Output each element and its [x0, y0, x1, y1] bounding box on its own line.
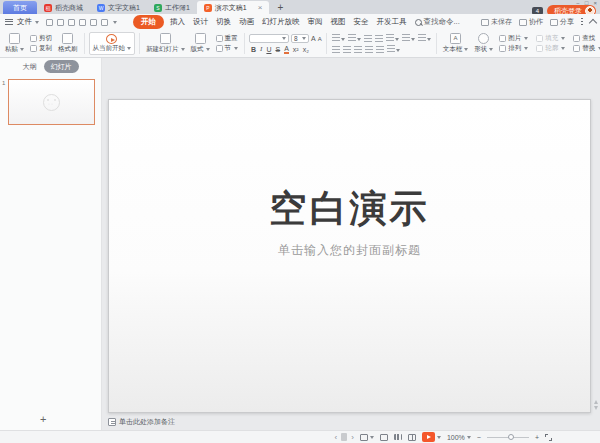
zoom-out-button[interactable]: −	[477, 434, 481, 441]
previous-slide-button[interactable]: ‹	[335, 433, 338, 442]
font-size-select[interactable]: 8	[291, 34, 309, 43]
find-command-search[interactable]: 查找命令...	[415, 17, 460, 27]
tab-spreadsheet[interactable]: S 工作簿1	[147, 1, 197, 14]
add-slide-button[interactable]: +	[40, 414, 46, 424]
undo-icon[interactable]	[90, 19, 97, 26]
text-direction-button[interactable]	[386, 34, 399, 42]
fill-button[interactable]: 填充	[534, 34, 567, 43]
reading-view-icon[interactable]	[408, 434, 416, 441]
italic-button[interactable]: I	[260, 45, 262, 53]
save-icon[interactable]	[46, 19, 53, 26]
zoom-slider[interactable]	[487, 437, 529, 438]
align-right-icon[interactable]	[354, 46, 362, 53]
scroll-down-icon[interactable]	[594, 406, 598, 410]
font-family-select[interactable]	[249, 34, 289, 43]
slideshow-play-button[interactable]	[422, 432, 441, 442]
align-left-icon[interactable]	[332, 46, 340, 53]
picture-button[interactable]: 图片	[497, 34, 530, 43]
fit-slide-icon[interactable]	[545, 434, 552, 441]
menu-review[interactable]: 审阅	[304, 17, 327, 27]
subscript-button[interactable]: x₂	[303, 46, 309, 53]
strikethrough-button[interactable]: S	[275, 46, 280, 53]
preview-icon[interactable]	[79, 19, 86, 26]
bullets-button[interactable]	[332, 34, 345, 42]
find-button[interactable]: 查找	[571, 34, 600, 43]
reset-button[interactable]: 重置	[214, 34, 241, 43]
arrange-button[interactable]: 排列	[497, 44, 530, 53]
increase-font-button[interactable]: A	[311, 35, 316, 42]
unsaved-status[interactable]: 未保存	[481, 17, 512, 27]
maximize-button[interactable]: □	[585, 0, 589, 6]
tab-home[interactable]: 首页	[3, 1, 37, 14]
paste-button[interactable]: 粘贴	[2, 32, 27, 55]
slide-sorter-view-icon[interactable]	[394, 434, 402, 440]
next-slide-button[interactable]: ›	[351, 433, 354, 442]
file-menu[interactable]: 文件	[17, 17, 39, 27]
export-icon[interactable]	[57, 19, 64, 26]
section-button[interactable]: 节	[214, 44, 241, 53]
main-menu-icon[interactable]	[5, 19, 13, 25]
scroll-up-icon[interactable]	[594, 400, 598, 404]
more-options-icon[interactable]	[581, 18, 583, 26]
slide-subtitle-placeholder[interactable]: 单击输入您的封面副标题	[109, 242, 590, 259]
align-justify-icon[interactable]	[365, 46, 373, 53]
tab-slides[interactable]: 幻灯片	[44, 60, 79, 73]
bold-button[interactable]: B	[251, 46, 256, 53]
zoom-in-button[interactable]: +	[535, 434, 539, 441]
close-window-button[interactable]: ×	[593, 0, 597, 6]
notes-bar[interactable]: 单击此处添加备注	[108, 415, 175, 429]
zoom-level-control[interactable]: 100%	[447, 434, 471, 441]
tab-writer-document[interactable]: W 文字文稿1	[90, 1, 147, 14]
normal-view-icon[interactable]	[380, 434, 388, 441]
font-color-button[interactable]: A	[284, 45, 289, 53]
slide-thumbnail[interactable]	[8, 79, 95, 125]
line-spacing-button[interactable]	[402, 34, 415, 42]
menu-slideshow[interactable]: 幻灯片放映	[258, 17, 304, 27]
close-tab-icon[interactable]: ×	[258, 4, 263, 12]
print-icon[interactable]	[68, 19, 75, 26]
minimize-button[interactable]: −	[576, 0, 580, 6]
play-from-current-button[interactable]: 从当前开始	[89, 32, 136, 55]
quick-access-caret-icon[interactable]	[113, 21, 117, 24]
redo-icon[interactable]	[101, 19, 108, 26]
distribute-icon[interactable]	[376, 46, 384, 53]
slide-page[interactable]: 空白演示 单击输入您的封面副标题	[108, 99, 591, 413]
replace-button[interactable]: 替换	[571, 44, 600, 53]
paragraph-settings-button[interactable]	[387, 45, 400, 53]
menu-transitions[interactable]: 切换	[212, 17, 235, 27]
menu-devtools[interactable]: 开发工具	[373, 17, 411, 27]
decrease-font-button[interactable]: A	[318, 36, 322, 42]
indent-increase-icon[interactable]	[375, 35, 383, 42]
numbering-button[interactable]	[348, 34, 361, 42]
underline-button[interactable]: U	[266, 46, 271, 53]
menu-view[interactable]: 视图	[327, 17, 350, 27]
tab-presentation-active[interactable]: P 演示文稿1 ×	[197, 1, 270, 14]
superscript-button[interactable]: x²	[293, 46, 299, 53]
copy-button[interactable]: 复制	[28, 44, 54, 53]
collapse-ribbon-icon[interactable]	[589, 19, 597, 27]
vertical-scrollbar[interactable]	[594, 400, 598, 410]
outline-button[interactable]: 轮廓	[534, 44, 567, 53]
indent-decrease-icon[interactable]	[364, 35, 372, 42]
format-painter-button[interactable]: 格式刷	[55, 32, 81, 55]
slide-title[interactable]: 空白演示	[109, 184, 590, 234]
editing-canvas[interactable]: 空白演示 单击输入您的封面副标题 单击此处添加备注	[102, 58, 600, 430]
zoom-slider-knob[interactable]	[508, 434, 514, 440]
align-center-icon[interactable]	[343, 46, 351, 53]
share-button[interactable]: 分享	[550, 17, 574, 27]
tab-outline[interactable]: 大纲	[23, 62, 37, 72]
text-box-button[interactable]: 文本框	[440, 32, 472, 55]
new-slide-button[interactable]: 新建幻灯片	[143, 32, 188, 55]
menu-design[interactable]: 设计	[189, 17, 212, 27]
menu-insert[interactable]: 插入	[166, 17, 189, 27]
menu-animations[interactable]: 动画	[235, 17, 258, 27]
slide-layout-button[interactable]: 版式	[188, 32, 213, 55]
menu-home[interactable]: 开始	[133, 15, 164, 29]
menu-security[interactable]: 安全	[350, 17, 373, 27]
slide-thumbnail-item[interactable]: 1	[8, 79, 95, 125]
shapes-button[interactable]: 形状	[471, 32, 496, 55]
columns-button[interactable]	[418, 34, 431, 42]
collaborate-button[interactable]: 协作	[519, 17, 543, 27]
tab-docer-mall[interactable]: 稻 稻壳商城	[37, 1, 90, 14]
cut-button[interactable]: 剪切	[28, 34, 54, 43]
